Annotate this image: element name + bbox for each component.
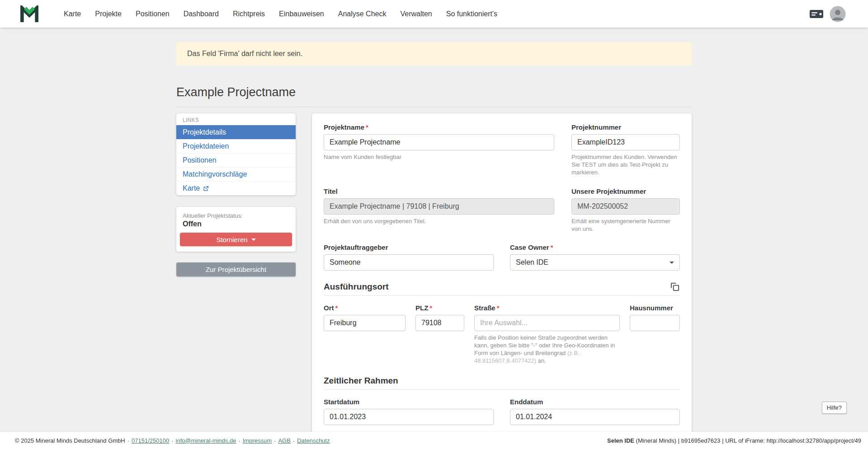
footer-agb-link[interactable]: AGB (278, 437, 290, 444)
startdatum-input[interactable] (324, 409, 494, 425)
titel-field: Titel Erhält den von uns vorgegebenen Ti… (324, 187, 554, 233)
label-text: Unsere Projektnummer (571, 187, 646, 195)
chevron-down-icon (251, 239, 256, 241)
required-asterisk: * (366, 123, 368, 131)
nav-item-dashboard[interactable]: Dashboard (184, 10, 219, 18)
form-row-dates: Startdatum Enddatum (324, 398, 680, 425)
footer-datenschutz-link[interactable]: Datenschutz (297, 437, 330, 444)
hausnummer-label: Hausnummer (630, 304, 680, 312)
strasse-input[interactable] (474, 315, 620, 331)
plz-input[interactable] (415, 315, 464, 331)
enddatum-input[interactable] (510, 409, 680, 425)
projektauftraggeber-label: Projektauftraggeber (324, 243, 494, 251)
nav-item-so-funktionierts[interactable]: So funktioniert's (446, 10, 497, 18)
nav-item-einbauweisen[interactable]: Einbauweisen (279, 10, 324, 18)
zeitlicher-rahmen-heading: Zeitlicher Rahmen (324, 376, 398, 386)
separator: · (238, 437, 240, 444)
external-link-icon (203, 186, 209, 192)
form-row-auftraggeber-owner: Projektauftraggeber Case Owner* Selen ID… (324, 243, 680, 271)
copy-icon[interactable] (670, 281, 680, 292)
separator: · (171, 437, 173, 444)
footer-session-info: Selen IDE (Mineral Minds) | b91695ed7623… (607, 437, 861, 444)
nav-item-verwalten[interactable]: Verwalten (400, 10, 432, 18)
startdatum-field: Startdatum (324, 398, 494, 425)
nav-item-richtpreis[interactable]: Richtpreis (233, 10, 265, 18)
form-row-address: Ort* PLZ* Straße* Falls die Position kei… (324, 304, 680, 365)
nav-item-positionen[interactable]: Positionen (136, 10, 170, 18)
strasse-field: Straße* Falls die Position keiner Straße… (474, 304, 620, 365)
nav-item-analyse-check[interactable]: Analyse Check (338, 10, 387, 18)
sidebar-item-karte[interactable]: Karte (176, 181, 296, 195)
case-owner-select[interactable]: Selen IDE (510, 254, 680, 271)
ort-input[interactable] (324, 315, 406, 331)
project-overview-button[interactable]: Zur Projektübersicht (176, 262, 296, 276)
strasse-label: Straße* (474, 304, 620, 312)
main-nav: Karte Projekte Positionen Dashboard Rich… (64, 10, 497, 18)
projektname-label: Projektname* (324, 123, 554, 131)
nav-item-karte[interactable]: Karte (64, 10, 81, 18)
separator: · (127, 437, 129, 444)
stornieren-label: Stornieren (216, 236, 247, 243)
sidebar-item-matchingvorschlaege[interactable]: Matchingvorschläge (176, 167, 296, 181)
sidebar-item-projektdetails[interactable]: Projektdetails (176, 125, 296, 139)
sidebar-item-positionen[interactable]: Positionen (176, 153, 296, 167)
enddatum-field: Enddatum (510, 398, 680, 425)
zeitlicher-rahmen-section-header: Zeitlicher Rahmen (324, 376, 680, 390)
startdatum-label: Startdatum (324, 398, 494, 406)
status-label: Aktueller Projektstatus: (180, 212, 292, 219)
sidebar-item-projektdateien[interactable]: Projektdateien (176, 139, 296, 153)
projektnummer-helper: Projektnummer des Kunden. Verwenden Sie … (571, 154, 680, 177)
ort-label: Ort* (324, 304, 406, 312)
top-navbar: Karte Projekte Positionen Dashboard Rich… (0, 0, 868, 28)
footer: © 2025 Mineral Minds Deutschland GmbH · … (0, 432, 868, 449)
label-text: Straße (474, 304, 495, 312)
label-text: PLZ (415, 304, 428, 312)
required-asterisk: * (335, 304, 338, 312)
footer-phone-link[interactable]: 07151/250100 (132, 437, 169, 444)
separator: · (293, 437, 295, 444)
label-text: Projektnummer (571, 123, 621, 131)
copyright-text: © 2025 Mineral Minds Deutschland GmbH (15, 437, 125, 444)
projektnummer-field: Projektnummer Projektnummer des Kunden. … (571, 123, 680, 177)
nav-item-projekte[interactable]: Projekte (95, 10, 122, 18)
required-asterisk: * (497, 304, 500, 312)
page-content: Das Feld 'Firma' darf nicht leer sein. E… (176, 42, 692, 436)
titel-helper: Erhält den von uns vorgegebenen Titel. (324, 218, 554, 225)
server-icon[interactable] (809, 6, 824, 22)
form-row-titel-unsere: Titel Erhält den von uns vorgegebenen Ti… (324, 187, 680, 233)
strasse-helper: Falls die Position keiner Straße zugeord… (474, 334, 620, 365)
stornieren-button[interactable]: Stornieren (180, 233, 292, 246)
session-details: (Mineral Minds) | b91695ed7623 | URL of … (634, 437, 861, 444)
projektname-field: Projektname* Name vom Kunden festlegbar (324, 123, 554, 177)
user-avatar[interactable] (830, 6, 846, 22)
hausnummer-field: Hausnummer (630, 304, 680, 365)
projektname-input[interactable] (324, 134, 554, 150)
projektnummer-label: Projektnummer (571, 123, 680, 131)
strasse-helper-suffix: an. (536, 357, 546, 364)
label-text: Ort (324, 304, 334, 312)
unsere-projektnummer-field: Unsere Projektnummer Erhält eine systemg… (571, 187, 680, 233)
case-owner-field: Case Owner* Selen IDE (510, 243, 680, 271)
projektauftraggeber-field: Projektauftraggeber (324, 243, 494, 271)
projektauftraggeber-input[interactable] (324, 254, 494, 271)
ausfuehrungsort-section-header: Ausführungsort (324, 281, 680, 296)
project-status-card: Aktueller Projektstatus: Offen Storniere… (176, 207, 296, 252)
navbar-right (809, 6, 846, 22)
strasse-helper-main: Falls die Position keiner Straße zugeord… (474, 334, 615, 356)
unsere-projektnummer-input (571, 198, 680, 215)
mineral-minds-logo[interactable] (20, 5, 39, 23)
footer-email-link[interactable]: info@mineral-minds.de (176, 437, 236, 444)
plz-label: PLZ* (415, 304, 464, 312)
hausnummer-input[interactable] (630, 315, 680, 331)
projektnummer-input[interactable] (571, 134, 680, 150)
case-owner-value: Selen IDE (516, 258, 548, 267)
footer-impressum-link[interactable]: Impressum (243, 437, 272, 444)
status-value: Offen (180, 219, 292, 228)
titel-input (324, 198, 554, 215)
help-button[interactable]: Hilfe? (822, 402, 847, 414)
separator: · (274, 437, 276, 444)
required-asterisk: * (551, 243, 553, 251)
label-text: Enddatum (510, 398, 543, 406)
required-asterisk: * (429, 304, 432, 312)
project-details-form: Projektname* Name vom Kunden festlegbar … (312, 113, 692, 436)
